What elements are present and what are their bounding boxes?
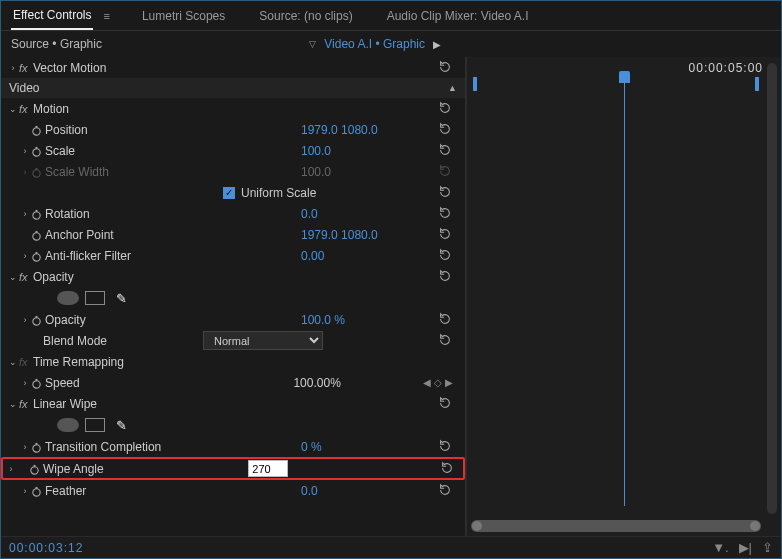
source-label: Source • Graphic [11,37,301,51]
source-dropdown-icon[interactable]: ▽ [309,39,316,49]
param-scale: › Scale 100.0 [1,140,465,161]
anchor-point-value[interactable]: 1979.0 1080.0 [301,228,431,242]
tab-audio-mixer[interactable]: Audio Clip Mixer: Video A.I [385,3,531,29]
reset-button[interactable] [431,206,459,221]
svg-point-12 [33,317,40,324]
chevron-right-icon[interactable]: › [19,251,31,261]
stopwatch-icon[interactable] [31,484,45,498]
stopwatch-icon[interactable] [31,313,45,327]
reset-button[interactable] [431,185,459,200]
source-clip-link[interactable]: Video A.I • Graphic [324,37,425,51]
timeline-area[interactable]: 00:00:05:00 [466,57,781,536]
chevron-down-icon[interactable]: ⌄ [7,357,19,367]
reset-button[interactable] [431,312,459,327]
reset-button[interactable] [431,483,459,498]
anti-flicker-label: Anti-flicker Filter [45,249,301,263]
svg-rect-7 [36,209,38,211]
tab-source[interactable]: Source: (no clips) [257,3,354,29]
chevron-right-icon[interactable]: › [7,63,19,73]
ellipse-mask-icon[interactable] [57,291,79,305]
chevron-right-icon[interactable]: › [19,146,31,156]
chevron-right-icon[interactable]: › [19,442,31,452]
opacity-label: Opacity [45,313,301,327]
reset-button[interactable] [431,396,459,411]
toggle-icon[interactable]: ▶| [739,540,752,555]
collapse-up-icon[interactable]: ▲ [448,83,457,93]
reset-button[interactable] [431,333,459,348]
chevron-right-icon[interactable]: › [19,315,31,325]
anti-flicker-value[interactable]: 0.00 [301,249,431,263]
filter-icon[interactable]: ▼. [712,540,728,555]
reset-button[interactable] [433,461,461,476]
vertical-scrollbar[interactable] [767,63,777,514]
tab-lumetri-scopes[interactable]: Lumetri Scopes [140,3,227,29]
reset-button[interactable] [431,122,459,137]
rotation-label: Rotation [45,207,301,221]
reset-button[interactable] [431,143,459,158]
param-blend-mode: Blend Mode Normal [1,330,465,351]
blend-mode-select[interactable]: Normal [203,331,323,350]
fx-badge-icon: fx [19,103,33,115]
chevron-right-icon[interactable]: › [19,378,31,388]
opacity-value[interactable]: 100.0 % [301,313,431,327]
keyframe-nav[interactable]: ◀ ◇ ▶ [423,377,453,388]
ellipse-mask-icon[interactable] [57,418,79,432]
video-section-header[interactable]: Video ▲ [1,78,465,98]
chevron-right-icon[interactable]: › [19,209,31,219]
stopwatch-icon[interactable] [31,440,45,454]
stopwatch-icon[interactable] [31,207,45,221]
opacity-title-label: Opacity [33,270,431,284]
current-timecode[interactable]: 00:00:03:12 [9,541,83,555]
pen-mask-icon[interactable]: ✎ [111,418,131,432]
stopwatch-icon[interactable] [31,144,45,158]
effect-controls-panel: › fx Vector Motion Video ▲ ⌄ fx Motion P… [1,57,466,536]
speed-value[interactable]: 100.00% [293,376,423,390]
reset-button[interactable] [431,269,459,284]
stopwatch-icon[interactable] [29,462,43,476]
horizontal-scrollbar[interactable] [471,520,761,532]
playhead[interactable] [624,79,625,506]
svg-rect-13 [36,315,38,317]
stopwatch-icon[interactable] [31,376,45,390]
chevron-down-icon[interactable]: ⌄ [7,272,19,282]
stopwatch-icon[interactable] [31,249,45,263]
svg-point-18 [31,466,38,473]
rectangle-mask-icon[interactable] [85,418,105,432]
chevron-down-icon[interactable]: ⌄ [7,104,19,114]
svg-rect-19 [34,464,36,466]
out-point-marker[interactable] [755,77,759,91]
effect-linear-wipe[interactable]: ⌄ fx Linear Wipe [1,393,465,414]
reset-button[interactable] [431,101,459,116]
chevron-right-icon[interactable]: › [5,464,17,474]
svg-point-4 [33,169,40,176]
reset-button[interactable] [431,248,459,263]
export-icon[interactable]: ⇪ [762,540,773,555]
reset-button[interactable] [431,439,459,454]
wipe-angle-input[interactable] [248,460,288,477]
param-anti-flicker: › Anti-flicker Filter 0.00 [1,245,465,266]
feather-value[interactable]: 0.0 [301,484,431,498]
wipe-angle-label: Wipe Angle [43,462,248,476]
rotation-value[interactable]: 0.0 [301,207,431,221]
effect-time-remapping[interactable]: ⌄ fx Time Remapping [1,351,465,372]
panel-menu-icon[interactable]: ≡ [103,10,109,22]
fx-badge-icon: fx [19,271,33,283]
effect-opacity[interactable]: ⌄ fx Opacity [1,266,465,287]
position-value[interactable]: 1979.0 1080.0 [301,123,431,137]
stopwatch-icon[interactable] [31,228,45,242]
in-point-marker[interactable] [473,77,477,91]
tab-effect-controls[interactable]: Effect Controls [11,2,93,30]
rectangle-mask-icon[interactable] [85,291,105,305]
chevron-down-icon[interactable]: ⌄ [7,399,19,409]
reset-button[interactable] [431,227,459,242]
uniform-scale-checkbox[interactable]: ✓ [223,187,235,199]
effect-vector-motion[interactable]: › fx Vector Motion [1,57,465,78]
reset-button[interactable] [431,60,459,75]
stopwatch-icon[interactable] [31,123,45,137]
chevron-right-icon[interactable]: › [19,486,31,496]
effect-motion[interactable]: ⌄ fx Motion [1,98,465,119]
pen-mask-icon[interactable]: ✎ [111,291,131,305]
scale-value[interactable]: 100.0 [301,144,431,158]
transition-completion-value[interactable]: 0 % [301,440,431,454]
play-icon[interactable]: ▶ [433,39,441,50]
